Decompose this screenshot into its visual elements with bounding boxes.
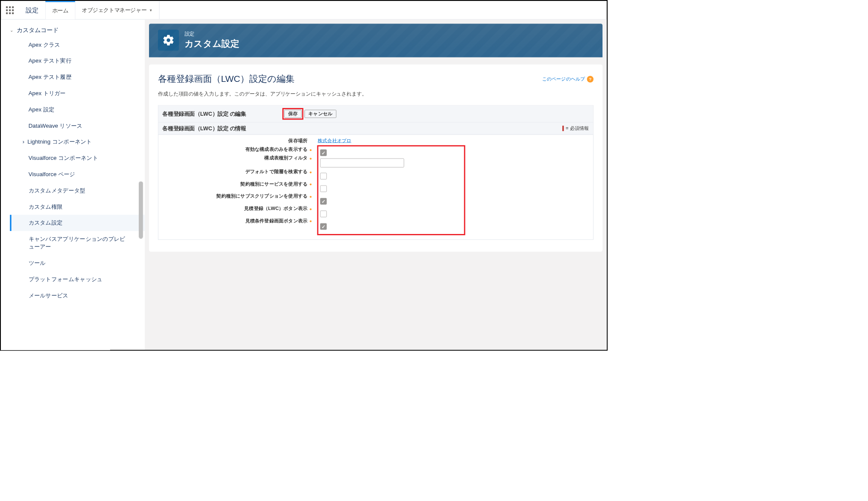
sidebar-section-custom-code[interactable]: ⌄ カスタムコード: [10, 24, 145, 36]
field-label-3: 契約種別にサービスを使用する: [162, 181, 309, 187]
page-header: 設定 カスタム設定: [149, 24, 603, 57]
sidebar-item-custom-metadata[interactable]: カスタムメタデータ型: [10, 183, 145, 199]
checkbox-use-service-by-contract-type[interactable]: [320, 186, 327, 192]
sidebar-item-vf-pages[interactable]: Visualforce ページ: [10, 166, 145, 183]
help-link-label: このページのヘルプ: [542, 76, 585, 82]
field-label-1: 構成表種別フィルタ: [162, 155, 309, 162]
help-icon[interactable]: ●: [309, 194, 315, 199]
app-launcher-icon: [6, 6, 14, 14]
sidebar-item-apex-test-run[interactable]: Apex テスト実行: [10, 53, 145, 69]
sidebar-item-custom-permissions[interactable]: カスタム権限: [10, 198, 145, 215]
help-icon: ?: [587, 76, 594, 82]
required-legend: = 必須情報: [562, 125, 589, 132]
tab-object-manager[interactable]: オブジェクトマネージャー ▼: [75, 1, 160, 19]
tab-home-label: ホーム: [52, 7, 69, 14]
sidebar-item-lightning-components[interactable]: › Lightning コンポーネント: [10, 134, 145, 150]
sidebar-item-vf-components[interactable]: Visualforce コンポーネント: [10, 150, 145, 166]
page-title: カスタム設定: [185, 38, 240, 50]
sidebar-item-apex-class[interactable]: Apex クラス: [10, 36, 145, 53]
chevron-down-icon: ▼: [149, 8, 152, 12]
form-header-label: 各種登録画面（LWC）設定 の編集: [162, 110, 282, 117]
tab-object-manager-label: オブジェクトマネージャー: [82, 6, 146, 14]
required-legend-label: = 必須情報: [566, 125, 589, 132]
form-header: 各種登録画面（LWC）設定 の編集 保存 キャンセル: [158, 105, 594, 122]
chevron-down-icon: ⌄: [10, 28, 13, 33]
sidebar-item-apex-test-history[interactable]: Apex テスト履歴: [10, 69, 145, 85]
form: 各種登録画面（LWC）設定 の編集 保存 キャンセル 各種登録画面（LWC）設定…: [158, 105, 594, 240]
card-title: 各種登録画面（LWC）設定の編集: [158, 73, 295, 85]
help-icon[interactable]: ●: [309, 219, 315, 223]
help-icon[interactable]: ●: [309, 156, 315, 161]
checkbox-default-hierarchy-search[interactable]: [320, 173, 327, 179]
field-label-0: 有効な構成表のみを表示する: [162, 147, 309, 153]
sidebar-item-custom-settings[interactable]: カスタム設定: [10, 215, 145, 231]
sidebar-item-apex-settings[interactable]: Apex 設定: [10, 102, 145, 118]
bom-type-filter-input[interactable]: [320, 159, 404, 168]
checkbox-show-quote-condition-button[interactable]: [320, 223, 327, 230]
sidebar-item-tools[interactable]: ツール: [10, 255, 145, 271]
help-link[interactable]: このページのヘルプ ?: [542, 76, 594, 82]
form-info-header: 各種登録画面（LWC）設定 の情報 = 必須情報: [158, 123, 594, 135]
field-label-2: デフォルトで階層を検索する: [162, 168, 309, 175]
sidebar-item-apex-trigger[interactable]: Apex トリガー: [10, 85, 145, 102]
help-icon[interactable]: ●: [309, 169, 315, 174]
form-info-title: 各種登録画面（LWC）設定 の情報: [162, 125, 246, 132]
card-description: 作成した項目の値を入力します。このデータは、アプリケーションにキャッシュされます…: [158, 90, 594, 97]
sidebar-scrollbar[interactable]: [139, 20, 144, 350]
field-label-6: 見積条件登録画面ボタン表示: [162, 218, 309, 224]
controls-highlight-box: [317, 145, 465, 235]
sidebar-section-label: カスタムコード: [17, 26, 59, 34]
tab-home[interactable]: ホーム: [45, 1, 75, 19]
sidebar-item-label: Lightning コンポーネント: [27, 138, 92, 146]
checkbox-show-quote-lwc-button[interactable]: [320, 210, 327, 217]
app-launcher-button[interactable]: [1, 1, 19, 19]
sidebar: ⌄ カスタムコード Apex クラス Apex テスト実行 Apex テスト履歴…: [1, 20, 145, 350]
save-button[interactable]: 保存: [284, 110, 302, 118]
location-link[interactable]: 株式会社オプロ: [318, 138, 351, 143]
field-label-4: 契約種別にサブスクリプションを使用する: [162, 193, 309, 200]
help-icon[interactable]: ●: [309, 182, 315, 186]
sidebar-item-canvas-preview[interactable]: キャンバスアプリケーションのプレビューアー: [10, 231, 145, 255]
edit-card: 各種登録画面（LWC）設定の編集 このページのヘルプ ? 作成した項目の値を入力…: [149, 65, 603, 252]
sidebar-item-dataweave[interactable]: DataWeave リソース: [10, 117, 145, 134]
help-icon[interactable]: ●: [309, 206, 315, 211]
help-icon[interactable]: ●: [309, 147, 315, 152]
breadcrumb: 設定: [185, 30, 240, 37]
main-content: 設定 カスタム設定 各種登録画面（LWC）設定の編集 このページのヘルプ ? 作…: [145, 20, 607, 350]
required-bar-icon: [562, 126, 564, 131]
checkbox-use-subscription-by-contract-type[interactable]: [320, 198, 327, 204]
sidebar-item-email-services[interactable]: メールサービス: [10, 288, 145, 304]
form-row-location: 保存場所 株式会社オプロ: [162, 137, 589, 145]
checkbox-show-only-valid-bom[interactable]: [320, 150, 327, 156]
sidebar-item-platform-cache[interactable]: プラットフォームキャッシュ: [10, 271, 145, 288]
chevron-right-icon: ›: [23, 138, 24, 145]
top-header: 設定 ホーム オブジェクトマネージャー ▼: [1, 1, 607, 19]
app-name: 設定: [19, 1, 45, 19]
scroll-thumb[interactable]: [139, 182, 143, 239]
field-label-5: 見積登録（LWC）ボタン表示: [162, 206, 309, 212]
location-label: 保存場所: [162, 138, 309, 144]
cancel-button[interactable]: キャンセル: [304, 110, 336, 118]
